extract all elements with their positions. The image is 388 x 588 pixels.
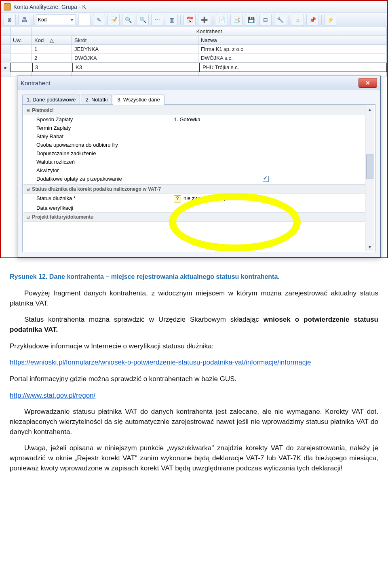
main-window-titlebar[interactable]: Konta Analityczne: Grupa - K (1, 1, 387, 13)
document-body: Rysunek 12. Dane kontrahenta – miejsce r… (0, 258, 388, 496)
filter-button[interactable]: ⋯ (151, 14, 163, 26)
edit-note-button[interactable]: 📝 (108, 14, 120, 26)
cell-skrot: DWÓJKA (72, 54, 198, 62)
toolbar-button[interactable] (78, 14, 91, 26)
property-row[interactable]: Dopuszczalne zadłużenie (23, 149, 365, 158)
paragraph: Portal informacyjny gdzie można sprawdzi… (10, 374, 378, 384)
property-label: Akwizytor (36, 167, 174, 173)
modal-titlebar[interactable]: Kontrahent ✕ (17, 76, 380, 90)
app-icon (4, 3, 11, 11)
save-button[interactable]: 💾 (245, 14, 257, 26)
property-value[interactable] (174, 205, 365, 211)
goto-button[interactable]: ▥ (166, 14, 178, 26)
cell-kod: 3 (32, 63, 73, 72)
cell-nazwa: DWÓJKA s.c. (198, 54, 387, 62)
vertical-scrollbar[interactable]: ▲ ▼ (365, 105, 374, 251)
figure-screenshot: Konta Analityczne: Grupa - K 🗎 🖶 ▾ ✎ 📝 🔍… (0, 0, 388, 258)
scroll-up-icon[interactable]: ▲ (365, 105, 374, 114)
checkbox-checked-icon[interactable] (263, 176, 269, 182)
table-row-selected[interactable]: ▸ 3 K3 PHU Trójka s.c. (1, 63, 387, 72)
property-value[interactable]: ?nie zweryfikowany (174, 195, 365, 202)
property-value[interactable] (174, 159, 365, 165)
property-value-checkbox[interactable] (263, 176, 365, 183)
property-label: Waluta rozliczeń (36, 159, 174, 165)
home-button[interactable]: ⌂ (292, 14, 304, 26)
col-header-nazwa[interactable]: Nazwa (198, 36, 387, 44)
paragraph-link: http://www.stat.gov.pl/regon/ (10, 391, 378, 401)
property-row[interactable]: Waluta rozliczeń (23, 158, 365, 166)
scrollbar-thumb[interactable] (366, 154, 373, 179)
toolbar-separator (180, 15, 181, 25)
property-row-status[interactable]: Status dłużnika *?nie zweryfikowany (23, 194, 365, 204)
cell-skrot: K3 (73, 63, 200, 72)
pin-button[interactable]: 📌 (306, 14, 318, 26)
calendar-button[interactable]: 📅 (183, 14, 196, 26)
property-value[interactable] (174, 150, 365, 156)
property-row[interactable]: Sposób Zapłaty1. Gotówka (23, 115, 365, 124)
property-label: Status dłużnika * (36, 195, 174, 202)
sort-combobox[interactable]: ▾ (36, 15, 76, 25)
property-label: Sposób Zapłaty (36, 116, 174, 122)
paragraph-link: https://ewnioski.pl/formularze/wniosek-o… (10, 358, 378, 368)
section-invoice-project[interactable]: ⊟Projekt faktury/dokumentu (23, 212, 365, 222)
row-indicator (1, 54, 11, 62)
collapse-icon[interactable]: ⊟ (27, 214, 30, 220)
action-button[interactable]: ⚡ (324, 14, 336, 26)
contractor-modal: Kontrahent ✕ 1. Dane podstawowe 2. Notat… (17, 76, 381, 257)
new-doc-button[interactable]: 📄 (216, 14, 228, 26)
tab-basic-data[interactable]: 1. Dane podstawowe (22, 95, 80, 105)
table-row[interactable]: 2 DWÓJKA DWÓJKA s.c. (1, 54, 387, 63)
col-header-uw[interactable]: Uw. (11, 36, 32, 44)
property-row[interactable]: Stały Rabat (23, 132, 365, 141)
tool-button[interactable]: 🔧 (274, 14, 286, 26)
property-row[interactable]: Termin Zapłaty (23, 124, 365, 132)
add-button[interactable]: ➕ (198, 14, 210, 26)
section-debtor-status[interactable]: ⊟Status dłużnika dla korekt podatku nali… (23, 184, 365, 194)
link-ewnioski[interactable]: https://ewnioski.pl/formularze/wniosek-o… (10, 358, 311, 366)
paragraph: Wprowadzanie statusu płatnika VAT do dan… (10, 407, 378, 437)
scroll-down-icon[interactable]: ▼ (365, 243, 374, 251)
collapse-icon[interactable]: ⊟ (27, 186, 30, 192)
contractors-grid[interactable]: Kontrahent Uw. Kod △ Skrót Nazwa 1 JEDYN… (1, 27, 387, 77)
sort-combo-input[interactable] (36, 15, 68, 24)
preview-button[interactable]: 🗎 (4, 14, 16, 26)
cell-kod: 2 (32, 54, 72, 62)
grid-band-row: Kontrahent (1, 27, 387, 36)
collapse-icon[interactable]: ⊟ (27, 107, 30, 113)
main-toolbar: 🗎 🖶 ▾ ✎ 📝 🔍 🔍 ⋯ ▥ 📅 ➕ 📄 📑 💾 ⊟ 🔧 ⌂ 📌 ⚡ (1, 13, 387, 27)
search-next-button[interactable]: 🔍 (137, 14, 149, 26)
sort-asc-icon: △ (50, 37, 54, 43)
col-header-kod[interactable]: Kod △ (32, 36, 72, 44)
grid-header-row[interactable]: Uw. Kod △ Skrót Nazwa (1, 36, 387, 45)
property-value[interactable] (174, 142, 365, 148)
print-button[interactable]: 🖶 (18, 14, 30, 26)
property-label: Dodatkowe opłaty za przepakowanie (36, 176, 263, 183)
property-value[interactable]: 1. Gotówka (174, 116, 365, 122)
window-title: Konta Analityczne: Grupa - K (13, 4, 86, 10)
copy-button[interactable]: 📑 (230, 14, 242, 26)
tab-notes[interactable]: 2. Notatki (81, 95, 112, 105)
property-label: Termin Zapłaty (36, 125, 174, 131)
paragraph: Uwaga, jeżeli opisana w niniejszym punkc… (10, 443, 378, 473)
chevron-down-icon[interactable]: ▾ (68, 15, 76, 25)
col-header-skrot[interactable]: Skrót (72, 36, 198, 44)
edit-button[interactable]: ✎ (93, 14, 105, 26)
property-row[interactable]: Dodatkowe opłaty za przepakowanie (23, 175, 365, 184)
select-button[interactable]: ⊟ (259, 14, 272, 26)
property-value[interactable] (174, 125, 365, 131)
modal-panel: ⊟Płatności Sposób Zapłaty1. Gotówka Term… (22, 104, 375, 252)
property-row[interactable]: Osoba upoważniona do odbioru fry (23, 141, 365, 149)
search-button[interactable]: 🔍 (122, 14, 134, 26)
property-value[interactable] (174, 167, 365, 173)
tab-all-data[interactable]: 3. Wszystkie dane (113, 95, 164, 105)
section-payments[interactable]: ⊟Płatności (23, 105, 365, 115)
help-icon[interactable]: ? (174, 195, 181, 202)
property-row[interactable]: Data weryfikacji (23, 204, 365, 212)
property-row[interactable]: Akwizytor (23, 166, 365, 175)
modal-title-text: Kontrahent (21, 80, 50, 86)
close-button[interactable]: ✕ (358, 78, 377, 88)
paragraph: Status kontrahenta można sprawdzić w Urz… (10, 315, 378, 335)
link-regon[interactable]: http://www.stat.gov.pl/regon/ (10, 392, 95, 399)
property-value[interactable] (174, 133, 365, 139)
table-row[interactable]: 1 JEDYNKA Firma K1 sp. z o.o (1, 45, 387, 54)
